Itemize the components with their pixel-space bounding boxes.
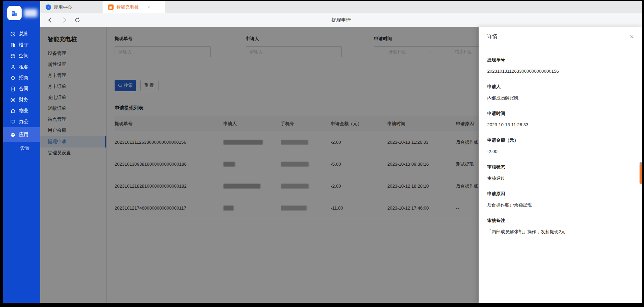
sidebar-item-label: 物业 [19,108,28,114]
page-title: 提现申请 [40,17,642,23]
drawer-field-label: 审核备注 [487,217,634,224]
drawer-field-label: 申请人 [487,84,634,90]
sidebar-item-label: 合同 [19,86,28,92]
sidebar-item-label: 财务 [19,97,28,103]
company-name-redacted [24,9,37,17]
company-logo [7,6,22,20]
finance-icon [10,97,16,103]
drawer-field-1: 申请人 内部成员解张凯 [487,84,634,101]
sidebar-item-5[interactable]: 合同 [3,83,40,94]
drawer-field-6: 审核备注 「内部成员解张凯」操作，发起提现2元 [487,217,634,235]
tab-label: 智能充电桩 [116,4,139,10]
drawer-field-label: 申请时间 [487,110,634,117]
sidebar-item-3[interactable]: 租客 [3,61,40,72]
drawer-field-value: 2023-10-13 11:26:33 [487,122,634,128]
drawer-field-5: 申请原因 后台操作账户余额提现 [487,191,634,208]
sidebar-item-9[interactable]: 应用 [3,127,40,142]
app-window: 总览 楼宇 空间 租客 招商 合同 财务 物业 办公 应用 设置 [3,1,642,303]
office-icon [10,119,16,125]
sidebar-item-7[interactable]: 物业 [3,105,40,116]
drawer-field-label: 提现单号 [487,57,634,63]
tab-close-icon[interactable]: × [148,5,150,10]
primary-sidebar: 总览 楼宇 空间 租客 招商 合同 财务 物业 办公 应用 设置 [3,1,40,303]
tab-bar: ◦ 应用中心▣ 智能充电桩× [40,1,642,13]
browser-toolbar: 提现申请 [40,13,642,27]
drawer-field-label: 申请金额（元） [487,137,634,143]
sidebar-item-1[interactable]: 楼宇 [3,39,40,50]
drawer-field-value: 内部成员解张凯 [487,95,634,101]
content-area: 智能充电桩 设备管理属性设置月卡管理月卡订单充电订单退款订单站点管理用户余额提现… [40,27,642,303]
drawer-field-2: 申请时间 2023-10-13 11:26:33 [487,110,634,128]
drawer-field-3: 申请金额（元） -2.00 [487,137,634,155]
sidebar-item-settings[interactable]: 设置 [3,142,40,155]
primary-nav: 总览 楼宇 空间 租客 招商 合同 财务 物业 办公 应用 [3,28,40,142]
sidebar-item-label: 招商 [19,75,28,81]
sidebar-item-label: 空间 [19,53,28,59]
drawer-field-value: 后台操作账户余额提现 [487,202,634,208]
apps-icon [10,132,16,138]
overview-icon [10,31,16,37]
drawer-field-0: 提现单号 20231013112633000000000000156 [487,57,634,74]
scrollbar-thumb[interactable] [640,164,642,184]
sidebar-item-4[interactable]: 招商 [3,72,40,83]
drawer-field-value: 「内部成员解张凯」操作，发起提现2元 [487,229,634,235]
sidebar-item-label: 应用 [19,132,28,138]
tab-label: 应用中心 [54,4,72,10]
app-center-icon: ◦ [46,4,51,10]
drawer-field-value: 审核通过 [487,175,634,181]
contract-icon [10,86,16,92]
investment-icon [10,75,16,81]
sidebar-item-6[interactable]: 财务 [3,94,40,105]
building-icon [10,42,16,48]
charging-pile-icon: ▣ [108,4,114,10]
drawer-field-label: 审核状态 [487,164,634,170]
tab-smart-charging[interactable]: ▣ 智能充电桩× [103,1,165,13]
property-icon [10,108,16,114]
drawer-field-value: -2.00 [487,149,634,155]
drawer-title: 详情 [487,33,497,40]
sidebar-item-8[interactable]: 办公 [3,116,40,127]
sidebar-item-2[interactable]: 空间 [3,50,40,61]
close-icon[interactable]: × [630,33,634,40]
tenant-icon [10,64,16,70]
sidebar-item-label: 租客 [19,64,28,70]
tab-app-center[interactable]: ◦ 应用中心 [40,1,103,13]
drawer-field-label: 申请原因 [487,191,634,197]
detail-drawer: 详情 × 提现单号 20231013112633000000000000156申… [479,27,642,303]
sidebar-item-label: 总览 [19,31,28,37]
drawer-field-value: 20231013112633000000000000156 [487,68,634,74]
logo-row [3,1,40,22]
space-icon [10,53,16,59]
sidebar-item-label: 楼宇 [19,42,28,48]
drawer-field-4: 审核状态 审核通过 [487,164,634,181]
building-logo-icon [10,9,19,17]
sidebar-item-label: 办公 [19,119,28,125]
sidebar-item-0[interactable]: 总览 [3,28,40,39]
